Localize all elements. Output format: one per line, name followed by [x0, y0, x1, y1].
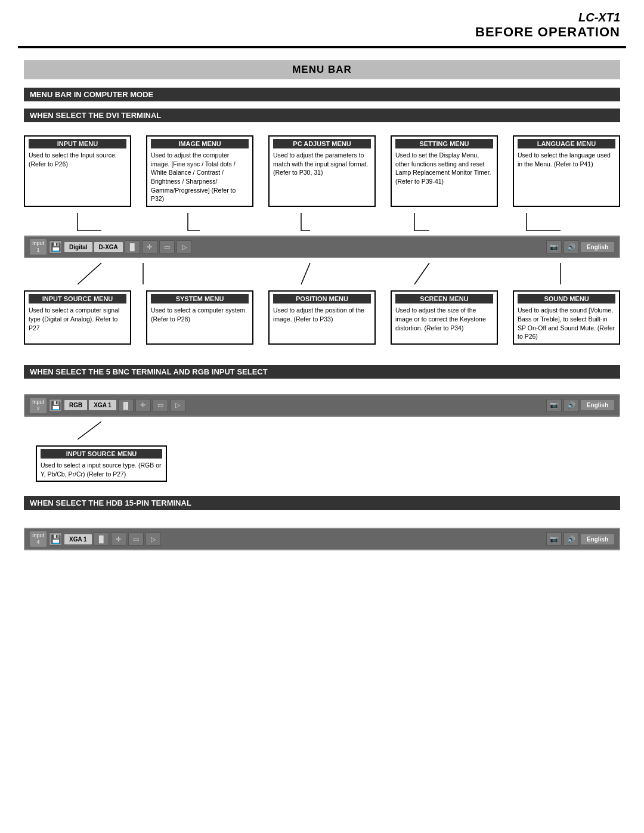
bnc-menubar: Input 2 💾 RGB XGA 1 ▐▌ ✛ ▭ ▷ 📷 🔊 English	[24, 394, 620, 417]
setting-menu-text: Used to set the Display Menu, other func…	[395, 151, 493, 186]
hdb-input-label: Input 4	[30, 531, 47, 547]
bnc-bars-icon: ▐▌	[118, 399, 134, 412]
svg-line-15	[414, 263, 429, 284]
page-icon: ▷	[177, 240, 192, 253]
bnc-input-source-box: INPUT SOURCE MENU Used to select a input…	[36, 445, 167, 482]
input-source-menu-title: INPUT SOURCE MENU	[29, 294, 126, 304]
system-menu-text: Used to select a computer system. (Refer…	[151, 306, 249, 323]
image-menu-text: Used to adjust the computer image. [Fine…	[151, 151, 249, 203]
sound-menu-box: SOUND MENU Used to adjust the sound [Vol…	[513, 290, 620, 345]
cross-icon: ✛	[142, 240, 157, 253]
hdb-xga1-btn: XGA 1	[64, 534, 92, 544]
bars-icon: ▐▌	[125, 240, 140, 253]
position-menu-title: POSITION MENU	[273, 294, 371, 304]
image-menu-title: IMAGE MENU	[151, 139, 249, 148]
setting-menu-title: SETTING MENU	[395, 139, 493, 148]
digital-btn: Digital	[64, 242, 92, 252]
bnc-input-source-text: Used to select a input source type. (RGB…	[41, 461, 162, 478]
english-btn: English	[581, 242, 614, 252]
input-menu-title: INPUT MENU	[29, 139, 126, 148]
bnc-english-btn: English	[581, 400, 614, 410]
language-menu-text: Used to select the language used in the …	[518, 151, 615, 168]
language-menu-box: LANGUAGE MENU Used to select the languag…	[513, 135, 620, 207]
bnc-speaker-icon: 🔊	[564, 399, 579, 412]
page-body: MENU BAR MENU BAR IN COMPUTER MODE WHEN …	[0, 48, 644, 587]
bnc-cross-icon: ✛	[135, 399, 151, 412]
rgb-btn: RGB	[64, 400, 87, 410]
hdb-english-btn: English	[581, 534, 614, 544]
input-source-menu-text: Used to select a computer signal type (D…	[29, 306, 126, 332]
bnc-disk-icon: 💾	[49, 399, 62, 412]
svg-line-11	[78, 263, 101, 284]
dvi-section: INPUT MENU Used to select the Input sour…	[24, 129, 620, 351]
pc-adjust-menu-text: Used to adjust the parameters to match w…	[273, 151, 371, 177]
pc-adjust-menu-box: PC ADJUST MENU Used to adjust the parame…	[268, 135, 376, 207]
bnc-input-label: Input 2	[30, 398, 47, 413]
hdb-menubar: Input 4 💾 XGA 1 ▐▌ ✛ ▭ ▷ 📷 🔊 English	[24, 528, 620, 550]
menu-bar-title: MENU BAR	[24, 60, 620, 79]
disk-icon: 💾	[49, 240, 62, 253]
dvi-menubar: Input 1 💾 Digital D-XGA ▐▌ ✛ ▭ ▷ 📷 🔊 Eng…	[24, 236, 620, 258]
setting-menu-box: SETTING MENU Used to set the Display Men…	[391, 135, 498, 207]
hdb-screen-icon: ▭	[128, 532, 144, 546]
hdb-speaker-icon: 🔊	[564, 532, 579, 546]
hdb-disk-icon: 💾	[49, 532, 62, 546]
sound-menu-title: SOUND MENU	[518, 294, 615, 304]
input-menu-box: INPUT MENU Used to select the Input sour…	[24, 135, 131, 207]
bnc-section: Input 2 💾 RGB XGA 1 ▐▌ ✛ ▭ ▷ 📷 🔊 English	[24, 386, 620, 482]
top-connectors	[24, 213, 620, 231]
position-menu-text: Used to adjust the position of the image…	[273, 306, 371, 323]
hdb-page-icon: ▷	[145, 532, 161, 546]
bnc-screen-icon: ▭	[153, 399, 168, 412]
dvi-input-label: Input 1	[30, 239, 47, 255]
camera-icon: 📷	[546, 240, 562, 253]
screen-menu-box: SCREEN MENU Used to adjust the size of t…	[391, 290, 498, 345]
hdb-terminal-header: WHEN SELECT THE HDB 15-PIN TERMINAL	[24, 496, 620, 510]
language-menu-title: LANGUAGE MENU	[518, 139, 615, 148]
system-menu-title: SYSTEM MENU	[151, 294, 249, 304]
bnc-page-icon: ▷	[170, 399, 185, 412]
svg-line-14	[301, 263, 310, 284]
top-menu-boxes: INPUT MENU Used to select the Input sour…	[24, 135, 620, 207]
page-title: BEFORE OPERATION	[24, 24, 620, 40]
hdb-cross-icon: ✛	[111, 532, 126, 546]
screen-menu-text: Used to adjust the size of the image or …	[395, 306, 493, 332]
screen-icon: ▭	[159, 240, 175, 253]
svg-line-17	[78, 422, 101, 439]
hdb-camera-icon: 📷	[546, 532, 562, 546]
dvi-terminal-header: WHEN SELECT THE DVI TERMINAL	[24, 109, 620, 122]
bnc-terminal-header: WHEN SELECT THE 5 BNC TERMINAL AND RGB I…	[24, 365, 620, 379]
computer-mode-header: MENU BAR IN COMPUTER MODE	[24, 88, 620, 101]
position-menu-box: POSITION MENU Used to adjust the positio…	[268, 290, 376, 345]
system-menu-box: SYSTEM MENU Used to select a computer sy…	[146, 290, 253, 345]
bnc-connector	[24, 422, 203, 439]
hdb-bars-icon: ▐▌	[94, 532, 109, 546]
bnc-input-source-title: INPUT SOURCE MENU	[41, 449, 162, 459]
xga1-btn: XGA 1	[89, 400, 116, 410]
page-header: LC-XT1 BEFORE OPERATION	[0, 0, 644, 42]
input-menu-text: Used to select the Input source. (Refer …	[29, 151, 126, 168]
dxga-btn: D-XGA	[94, 242, 123, 252]
bottom-connectors	[24, 263, 620, 284]
speaker-icon: 🔊	[564, 240, 579, 253]
sound-menu-text: Used to adjust the sound [Volume, Bass o…	[518, 306, 615, 341]
bnc-camera-icon: 📷	[546, 399, 562, 412]
hdb-section: Input 4 💾 XGA 1 ▐▌ ✛ ▭ ▷ 📷 🔊 English	[24, 517, 620, 561]
model-name: LC-XT1	[24, 11, 620, 24]
image-menu-box: IMAGE MENU Used to adjust the computer i…	[146, 135, 253, 207]
bottom-menu-boxes: INPUT SOURCE MENU Used to select a compu…	[24, 290, 620, 345]
pc-adjust-menu-title: PC ADJUST MENU	[273, 139, 371, 148]
screen-menu-title: SCREEN MENU	[395, 294, 493, 304]
input-source-menu-box: INPUT SOURCE MENU Used to select a compu…	[24, 290, 131, 345]
